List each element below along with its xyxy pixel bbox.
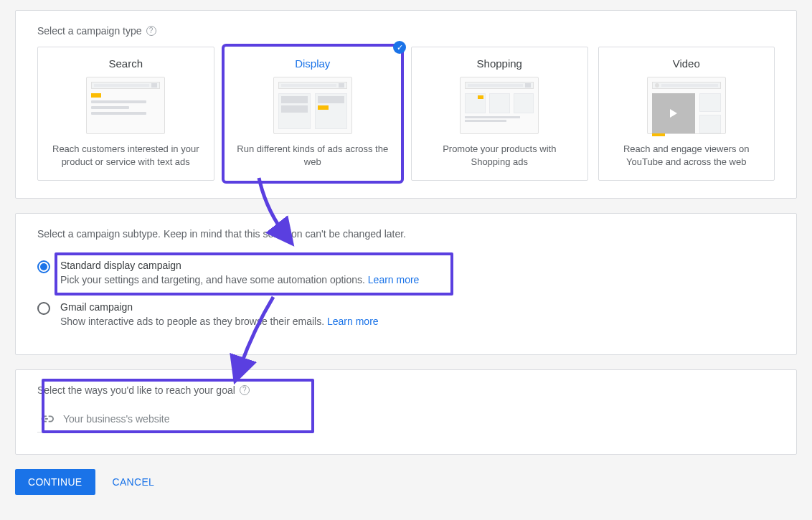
annotation-arrows-icon [15, 10, 797, 512]
page-root: Select a campaign type ? Search Reach cu… [15, 10, 797, 495]
